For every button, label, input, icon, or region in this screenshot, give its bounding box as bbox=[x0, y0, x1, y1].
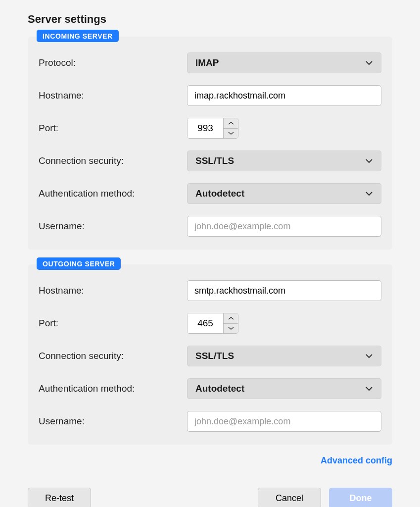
incoming-auth-label: Authentication method: bbox=[39, 188, 187, 199]
incoming-port-row: Port: bbox=[39, 118, 381, 139]
chevron-down-icon bbox=[365, 385, 373, 393]
outgoing-port-input[interactable] bbox=[187, 313, 223, 333]
incoming-auth-value: Autodetect bbox=[195, 188, 244, 199]
incoming-protocol-row: Protocol: IMAP bbox=[39, 52, 381, 73]
port-step-up-button[interactable] bbox=[224, 118, 238, 129]
outgoing-hostname-input[interactable] bbox=[187, 280, 381, 301]
port-spinner bbox=[223, 313, 238, 333]
outgoing-hostname-label: Hostname: bbox=[39, 285, 187, 296]
outgoing-auth-label: Authentication method: bbox=[39, 383, 187, 394]
incoming-hostname-row: Hostname: bbox=[39, 85, 381, 106]
incoming-security-label: Connection security: bbox=[39, 155, 187, 166]
outgoing-badge: OUTGOING SERVER bbox=[37, 257, 121, 270]
port-spinner bbox=[223, 118, 238, 138]
right-button-group: Cancel Done bbox=[258, 488, 392, 507]
outgoing-auth-row: Authentication method: Autodetect bbox=[39, 378, 381, 399]
incoming-auth-row: Authentication method: Autodetect bbox=[39, 183, 381, 204]
outgoing-port-row: Port: bbox=[39, 313, 381, 334]
outgoing-port-stepper bbox=[187, 313, 238, 334]
chevron-down-icon bbox=[365, 59, 373, 67]
incoming-protocol-select[interactable]: IMAP bbox=[187, 52, 381, 73]
incoming-port-stepper bbox=[187, 118, 238, 139]
incoming-security-select[interactable]: SSL/TLS bbox=[187, 151, 381, 171]
page-title: Server settings bbox=[28, 13, 392, 26]
incoming-hostname-label: Hostname: bbox=[39, 90, 187, 101]
incoming-port-label: Port: bbox=[39, 123, 187, 134]
outgoing-auth-select[interactable]: Autodetect bbox=[187, 378, 381, 399]
footer-buttons: Re-test Cancel Done bbox=[28, 488, 392, 507]
port-step-down-button[interactable] bbox=[224, 129, 238, 139]
incoming-protocol-label: Protocol: bbox=[39, 57, 187, 68]
advanced-config-link[interactable]: Advanced config bbox=[321, 456, 392, 465]
outgoing-security-label: Connection security: bbox=[39, 351, 187, 361]
retest-button[interactable]: Re-test bbox=[28, 488, 91, 507]
port-step-down-button[interactable] bbox=[224, 324, 238, 334]
done-button[interactable]: Done bbox=[329, 488, 392, 507]
outgoing-security-select[interactable]: SSL/TLS bbox=[187, 346, 381, 366]
outgoing-security-value: SSL/TLS bbox=[195, 351, 234, 361]
outgoing-security-row: Connection security: SSL/TLS bbox=[39, 346, 381, 366]
outgoing-username-label: Username: bbox=[39, 416, 187, 427]
server-settings-page: Server settings INCOMING SERVER Protocol… bbox=[0, 0, 420, 507]
chevron-down-icon bbox=[365, 352, 373, 360]
incoming-protocol-value: IMAP bbox=[195, 57, 219, 68]
outgoing-server-panel: OUTGOING SERVER Hostname: Port: Connecti bbox=[28, 264, 392, 445]
outgoing-username-row: Username: bbox=[39, 411, 381, 432]
incoming-server-panel: INCOMING SERVER Protocol: IMAP Hostname:… bbox=[28, 37, 392, 250]
outgoing-hostname-row: Hostname: bbox=[39, 280, 381, 301]
incoming-security-value: SSL/TLS bbox=[195, 155, 234, 166]
incoming-badge: INCOMING SERVER bbox=[37, 30, 119, 42]
incoming-security-row: Connection security: SSL/TLS bbox=[39, 151, 381, 171]
incoming-auth-select[interactable]: Autodetect bbox=[187, 183, 381, 204]
advanced-config-wrap: Advanced config bbox=[28, 456, 392, 466]
port-step-up-button[interactable] bbox=[224, 313, 238, 324]
incoming-username-label: Username: bbox=[39, 221, 187, 232]
incoming-port-input[interactable] bbox=[187, 118, 223, 138]
incoming-hostname-input[interactable] bbox=[187, 85, 381, 106]
outgoing-username-input[interactable] bbox=[187, 411, 381, 432]
outgoing-auth-value: Autodetect bbox=[195, 383, 244, 394]
chevron-down-icon bbox=[365, 190, 373, 198]
incoming-username-row: Username: bbox=[39, 216, 381, 237]
cancel-button[interactable]: Cancel bbox=[258, 488, 321, 507]
chevron-down-icon bbox=[365, 157, 373, 165]
incoming-username-input[interactable] bbox=[187, 216, 381, 237]
outgoing-port-label: Port: bbox=[39, 318, 187, 329]
